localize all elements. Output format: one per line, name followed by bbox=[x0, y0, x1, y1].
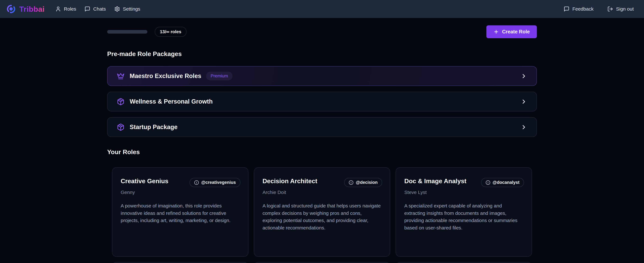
nav-label: Sign out bbox=[616, 6, 634, 12]
nav-item-sign-out[interactable]: Sign out bbox=[607, 6, 634, 12]
signout-icon bbox=[607, 6, 613, 12]
package-icon bbox=[117, 98, 124, 105]
crown-icon bbox=[117, 72, 124, 80]
roles-progress-bar bbox=[107, 30, 147, 33]
role-handle-badge[interactable]: @docanalyst bbox=[481, 178, 524, 187]
card-header: Doc & Image Analyst @docanalyst bbox=[404, 178, 524, 187]
brand-name: Tribbai bbox=[19, 5, 45, 13]
gear-icon bbox=[114, 6, 120, 12]
nav-item-settings[interactable]: Settings bbox=[114, 6, 140, 12]
package-icon bbox=[117, 123, 124, 131]
chevron-right-icon bbox=[520, 124, 527, 131]
role-description: A specialized expert capable of analyzin… bbox=[404, 202, 524, 231]
role-handle-badge[interactable]: @creativegenius bbox=[190, 178, 240, 187]
nav-label: Settings bbox=[123, 6, 140, 12]
chat-icon bbox=[564, 6, 570, 12]
package-row-startup[interactable]: Startup Package bbox=[107, 117, 537, 137]
user-icon bbox=[55, 6, 61, 12]
tribbai-logo-icon bbox=[6, 4, 16, 14]
role-handle: @creativegenius bbox=[201, 180, 236, 185]
role-card-decision-architect[interactable]: Decision Architect @decision Archie Doit… bbox=[254, 167, 390, 257]
package-row-maestro[interactable]: Maestro Exclusive Roles Premium bbox=[107, 66, 537, 86]
package-name: Startup Package bbox=[130, 124, 178, 131]
roles-grid-row-2 bbox=[112, 262, 532, 263]
plus-icon bbox=[494, 29, 499, 34]
nav-item-feedback[interactable]: Feedback bbox=[564, 6, 594, 12]
nav-item-roles[interactable]: Roles bbox=[55, 6, 76, 12]
role-card-partial[interactable] bbox=[396, 262, 532, 263]
role-title: Creative Genius bbox=[121, 178, 168, 185]
role-subtitle: Genny bbox=[121, 190, 240, 195]
role-card-partial[interactable] bbox=[254, 262, 390, 263]
nav-label: Roles bbox=[64, 6, 76, 12]
packages-list: Maestro Exclusive Roles Premium Wellness… bbox=[107, 66, 537, 137]
card-header: Decision Architect @decision bbox=[262, 178, 382, 187]
role-handle: @docanalyst bbox=[493, 180, 520, 185]
role-card-doc-image-analyst[interactable]: Doc & Image Analyst @docanalyst Steve Ly… bbox=[396, 167, 532, 257]
roles-count-badge: 13/∞ roles bbox=[155, 27, 186, 37]
secondary-nav: Feedback Sign out bbox=[564, 6, 634, 12]
your-roles-section-title: Your Roles bbox=[107, 149, 537, 156]
package-row-wellness[interactable]: Wellness & Personal Growth bbox=[107, 92, 537, 111]
role-description: A powerhouse of imagination, this role p… bbox=[121, 202, 240, 224]
nav-item-chats[interactable]: Chats bbox=[84, 6, 106, 12]
package-name: Maestro Exclusive Roles bbox=[130, 73, 201, 79]
role-handle-badge[interactable]: @decision bbox=[344, 178, 382, 187]
brand-logo[interactable]: Tribbai bbox=[6, 4, 45, 14]
info-icon bbox=[194, 180, 199, 185]
package-name: Wellness & Personal Growth bbox=[130, 98, 213, 105]
main-content: 13/∞ roles Create Role Pre-made Role Pac… bbox=[107, 25, 537, 263]
nav-label: Chats bbox=[93, 6, 106, 12]
chevron-right-icon bbox=[520, 98, 527, 105]
role-subtitle: Archie Doit bbox=[262, 190, 382, 195]
info-icon bbox=[486, 180, 490, 185]
role-handle: @decision bbox=[356, 180, 378, 185]
role-title: Decision Architect bbox=[262, 178, 317, 185]
chat-icon bbox=[84, 6, 90, 12]
role-card-creative-genius[interactable]: Creative Genius @creativegenius Genny A … bbox=[112, 167, 248, 257]
premium-badge: Premium bbox=[206, 72, 232, 80]
packages-section-title: Pre-made Role Packages bbox=[107, 50, 537, 57]
role-subtitle: Steve Lyst bbox=[404, 190, 524, 195]
create-role-button[interactable]: Create Role bbox=[486, 25, 537, 38]
role-card-partial[interactable] bbox=[112, 262, 248, 263]
roles-toolbar: 13/∞ roles Create Role bbox=[107, 25, 537, 38]
info-icon bbox=[349, 180, 354, 185]
primary-nav: Roles Chats Settings bbox=[55, 6, 140, 12]
roles-grid: Creative Genius @creativegenius Genny A … bbox=[112, 167, 532, 257]
role-title: Doc & Image Analyst bbox=[404, 178, 466, 185]
top-navbar: Tribbai Roles Chats bbox=[0, 0, 644, 18]
role-description: A logical and structured guide that help… bbox=[262, 202, 382, 231]
create-role-label: Create Role bbox=[502, 29, 530, 35]
card-header: Creative Genius @creativegenius bbox=[121, 178, 240, 187]
nav-label: Feedback bbox=[572, 6, 594, 12]
chevron-right-icon bbox=[520, 73, 527, 79]
